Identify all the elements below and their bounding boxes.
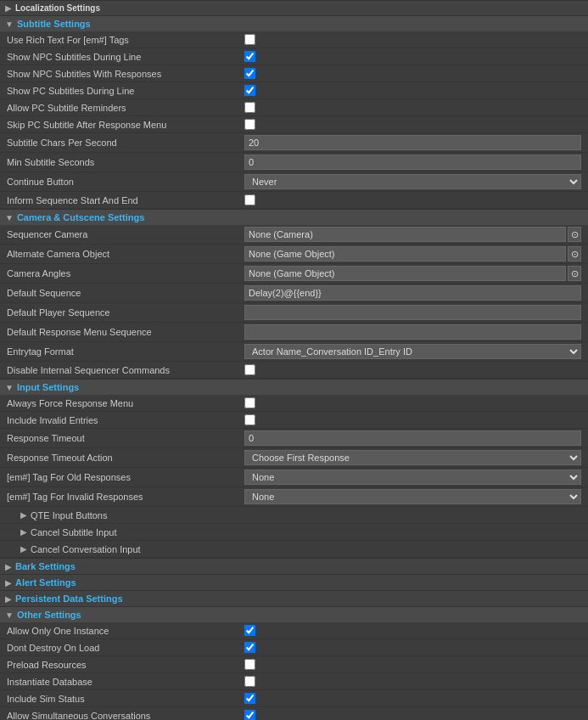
localization-section-header[interactable]: ▶ Localization Settings — [0, 0, 588, 15]
localization-arrow: ▶ — [5, 3, 12, 13]
row-response-timeout: Response Timeout — [0, 429, 588, 448]
checkbox-disable-internal-sequencer[interactable] — [244, 364, 255, 375]
sub-item-qte-input[interactable]: ▶ QTE Input Buttons — [0, 507, 588, 524]
value-em-tag-old: None — [244, 470, 581, 485]
label-default-response-menu-sequence: Default Response Menu Sequence — [7, 327, 244, 337]
subtitle-arrow: ▼ — [5, 20, 14, 29]
row-subtitle-chars: Subtitle Chars Per Second — [0, 133, 588, 153]
checkbox-preload-resources[interactable] — [244, 659, 255, 670]
label-show-npc-subtitles: Show NPC Subtitles During Line — [7, 52, 244, 62]
input-camera-angles[interactable] — [244, 266, 566, 281]
label-camera-angles: Camera Angles — [7, 268, 244, 278]
input-default-sequence[interactable] — [244, 285, 581, 301]
label-use-rich-text: Use Rich Text For [em#] Tags — [7, 35, 244, 45]
subtitle-title: Subtitle Settings — [17, 19, 91, 29]
qte-label: QTE Input Buttons — [31, 510, 108, 520]
checkbox-include-invalid[interactable] — [244, 414, 255, 425]
input-content: Always Force Response Menu Include Inval… — [0, 395, 588, 558]
label-continue-button: Continue Button — [7, 177, 244, 187]
label-response-timeout-action: Response Timeout Action — [7, 453, 244, 463]
row-default-sequence: Default Sequence — [0, 284, 588, 303]
persistent-title: Persistent Data Settings — [15, 593, 123, 604]
row-alt-camera: Alternate Camera Object ⊙ — [0, 245, 588, 264]
checkbox-skip-pc-subtitle[interactable] — [244, 119, 255, 130]
checkbox-use-rich-text[interactable] — [244, 34, 255, 45]
localization-title: Localization Settings — [15, 3, 100, 13]
sub-item-cancel-subtitle[interactable]: ▶ Cancel Subtitle Input — [0, 524, 588, 541]
obj-alt-camera: ⊙ — [244, 246, 581, 262]
other-arrow: ▼ — [5, 610, 14, 620]
input-alt-camera[interactable] — [244, 246, 566, 262]
row-em-tag-old: [em#] Tag For Old Responses None — [0, 468, 588, 487]
input-default-player-sequence[interactable] — [244, 305, 581, 320]
bark-arrow: ▶ — [5, 562, 12, 571]
alert-section-header[interactable]: ▶ Alert Settings — [0, 574, 588, 590]
checkbox-allow-simultaneous[interactable] — [244, 710, 255, 720]
checkbox-inform-sequence[interactable] — [244, 194, 255, 205]
value-show-npc-subtitles — [244, 51, 581, 62]
row-allow-pc-reminders: Allow PC Subtitle Reminders — [0, 99, 588, 116]
label-em-tag-invalid: [em#] Tag For Invalid Responses — [7, 492, 244, 502]
input-default-response-menu-sequence[interactable] — [244, 324, 581, 340]
row-always-force-response: Always Force Response Menu — [0, 395, 588, 412]
value-instantiate-database — [244, 676, 581, 687]
value-include-invalid — [244, 414, 581, 425]
label-disable-internal-sequencer: Disable Internal Sequencer Commands — [7, 365, 244, 375]
value-sequencer-camera: ⊙ — [244, 227, 581, 242]
cancel-subtitle-label: Cancel Subtitle Input — [31, 527, 117, 537]
input-response-timeout[interactable] — [244, 430, 581, 446]
select-entrytag-format[interactable]: Actor Name_Conversation ID_Entry ID — [244, 344, 581, 359]
checkbox-allow-pc-reminders[interactable] — [244, 102, 255, 113]
sub-item-cancel-conversation[interactable]: ▶ Cancel Conversation Input — [0, 541, 588, 558]
checkbox-instantiate-database[interactable] — [244, 676, 255, 687]
checkbox-always-force-response[interactable] — [244, 397, 255, 408]
qte-arrow: ▶ — [20, 510, 27, 520]
checkbox-dont-destroy[interactable] — [244, 642, 255, 653]
value-entrytag-format: Actor Name_Conversation ID_Entry ID — [244, 344, 581, 359]
label-instantiate-database: Instantiate Database — [7, 677, 244, 687]
camera-arrow: ▼ — [5, 213, 14, 222]
input-sequencer-camera[interactable] — [244, 227, 566, 242]
row-min-subtitle-seconds: Min Subtitle Seconds — [0, 153, 588, 172]
row-response-timeout-action: Response Timeout Action Choose First Res… — [0, 448, 588, 468]
checkbox-show-npc-with-responses[interactable] — [244, 68, 255, 79]
value-disable-internal-sequencer — [244, 364, 581, 375]
value-skip-pc-subtitle — [244, 119, 581, 130]
select-em-tag-invalid[interactable]: None — [244, 489, 581, 504]
value-allow-only-one — [244, 625, 581, 636]
checkbox-include-sim-status[interactable] — [244, 693, 255, 704]
obj-sequencer-camera: ⊙ — [244, 227, 581, 242]
label-default-sequence: Default Sequence — [7, 288, 244, 298]
subtitle-section-header[interactable]: ▼ Subtitle Settings — [0, 15, 588, 31]
select-continue-button[interactable]: Never Always Optional — [244, 174, 581, 189]
label-include-sim-status: Include Sim Status — [7, 694, 244, 704]
other-section-header[interactable]: ▼ Other Settings — [0, 606, 588, 622]
checkbox-show-pc-subtitles[interactable] — [244, 85, 255, 96]
value-include-sim-status — [244, 693, 581, 704]
input-subtitle-chars[interactable] — [244, 135, 581, 150]
value-alt-camera: ⊙ — [244, 246, 581, 262]
value-default-response-menu-sequence — [244, 324, 581, 340]
select-response-timeout-action[interactable]: Choose First Response Skip Wait — [244, 450, 581, 465]
bark-section-header[interactable]: ▶ Bark Settings — [0, 558, 588, 574]
select-em-tag-old[interactable]: None — [244, 470, 581, 485]
checkbox-allow-only-one[interactable] — [244, 625, 255, 636]
value-use-rich-text — [244, 34, 581, 45]
camera-title: Camera & Cutscene Settings — [17, 212, 144, 222]
camera-section-header[interactable]: ▼ Camera & Cutscene Settings — [0, 209, 588, 225]
value-allow-pc-reminders — [244, 102, 581, 113]
persistent-section-header[interactable]: ▶ Persistent Data Settings — [0, 590, 588, 606]
bark-title: Bark Settings — [15, 561, 76, 571]
btn-alt-camera[interactable]: ⊙ — [568, 246, 581, 262]
btn-camera-angles[interactable]: ⊙ — [568, 266, 581, 281]
row-entrytag-format: Entrytag Format Actor Name_Conversation … — [0, 342, 588, 362]
value-inform-sequence — [244, 194, 581, 205]
alert-title: Alert Settings — [15, 577, 76, 588]
label-skip-pc-subtitle: Skip PC Subtitle After Response Menu — [7, 120, 244, 130]
row-default-response-menu-sequence: Default Response Menu Sequence — [0, 323, 588, 342]
checkbox-show-npc-subtitles[interactable] — [244, 51, 255, 62]
row-show-npc-with-responses: Show NPC Subtitles With Responses — [0, 65, 588, 82]
input-min-subtitle-seconds[interactable] — [244, 155, 581, 170]
btn-sequencer-camera[interactable]: ⊙ — [568, 227, 581, 242]
input-section-header[interactable]: ▼ Input Settings — [0, 379, 588, 395]
